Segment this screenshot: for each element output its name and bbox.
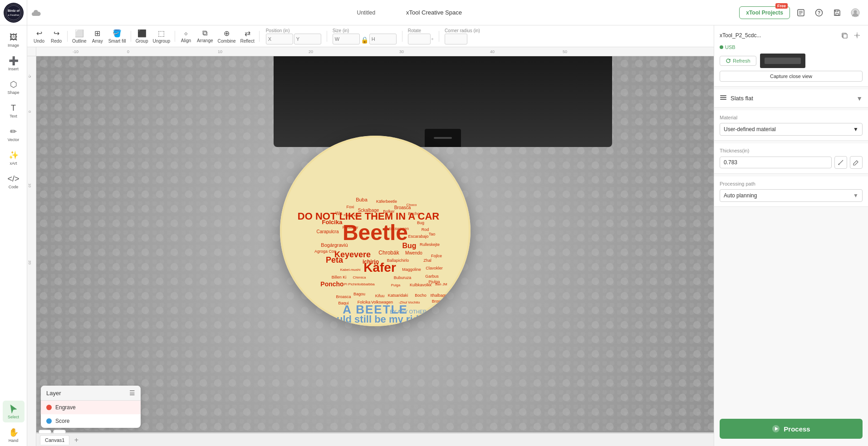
hand-icon: ✋ [9, 427, 19, 437]
insert-icon: ➕ [9, 56, 19, 66]
svg-text:Bagou: Bagou [353, 292, 365, 296]
save-icon[interactable] [830, 5, 844, 20]
svg-text:Maggoline: Maggoline [402, 267, 421, 272]
svg-point-0 [5, 4, 22, 21]
ruler-corner [27, 47, 36, 56]
lock-icon[interactable]: 🔒 [361, 36, 368, 44]
slats-label: Slats flat [731, 95, 853, 102]
slats-dropdown-arrow[interactable]: ▼ [856, 95, 863, 102]
layer-title: Layer [46, 390, 61, 397]
outline-button[interactable]: ⬜ Outline [70, 27, 88, 45]
svg-text:Bug: Bug [417, 221, 424, 225]
horizontal-ruler: -10 0 10 20 30 40 50 [36, 47, 714, 56]
device-settings-icon[interactable] [852, 30, 863, 41]
device-icons [839, 30, 863, 41]
array-button[interactable]: ⊞ Array [89, 27, 106, 45]
process-play-icon [772, 425, 780, 433]
xtool-projects-button[interactable]: xTool Projects Free [739, 6, 790, 19]
combine-button[interactable]: ⊕ Combine [216, 27, 238, 45]
svg-text:Pi Pichiriloibbalbba: Pi Pichiriloibbalbba [344, 282, 375, 286]
thickness-input[interactable] [720, 157, 832, 168]
svg-text:Pulga: Pulga [391, 283, 400, 287]
layer-item-engrave[interactable]: Engrave [41, 401, 141, 414]
sidebar-item-vector[interactable]: ✏ Vector [3, 123, 25, 145]
engrave-dot [46, 405, 52, 410]
sidebar-item-hand[interactable]: ✋ Hand [3, 424, 25, 446]
app-logo-icon: Birdz of a Feather [4, 3, 24, 23]
ungroup-button[interactable]: ⬚ Ungroup [151, 27, 172, 45]
corner-radius-label: Corner radius (in) [445, 28, 480, 33]
main-canvas[interactable]: Beetle Buba Käferbeetle Foxi Broasca Cho… [36, 56, 714, 432]
help-icon[interactable]: ? [812, 5, 826, 20]
device-buttons: Refresh [720, 54, 863, 68]
device-header: xTool_P2_5cdc... [720, 30, 863, 41]
slats-header: Slats flat ▼ [720, 94, 863, 103]
svg-text:Escarabajo: Escarabajo [408, 234, 428, 239]
auto-planning-dropdown-arrow[interactable]: ▼ [853, 192, 858, 199]
corner-radius-input[interactable] [445, 34, 467, 44]
sidebar-item-xart[interactable]: ✨ xArt [3, 147, 25, 169]
svg-text:Rulleskejte: Rulleskejte [419, 242, 439, 247]
corner-radius-field-group: Corner radius (in) [445, 28, 480, 44]
svg-text:Ithalbage: Ithalbage [430, 293, 447, 298]
svg-text:Tao: Tao [428, 232, 435, 236]
reflect-button[interactable]: ⇄ Reflect [239, 27, 256, 45]
smart-fill-button[interactable]: 🪣 Smart fill [107, 27, 128, 45]
artwork-circle: Beetle Buba Käferbeetle Foxi Broasca Cho… [280, 136, 471, 326]
h-input[interactable] [369, 34, 397, 44]
device-status: USB [720, 44, 863, 50]
x-input[interactable] [266, 34, 293, 44]
svg-text:Choco: Choco [406, 203, 417, 207]
cloud-icon[interactable] [27, 10, 45, 16]
svg-rect-18 [720, 97, 726, 98]
artwork-inner: Beetle Buba Käferbeetle Foxi Broasca Cho… [280, 136, 471, 326]
engrave-label: Engrave [55, 404, 76, 411]
arrange-button[interactable]: ⧉ Arrange [195, 27, 215, 45]
material-select[interactable]: User-defined material ▼ [720, 123, 863, 136]
thickness-input-row [720, 156, 863, 169]
canvas-area[interactable]: -10 0 10 20 30 40 50 -5 0 10 20 [27, 47, 714, 446]
toolbar-sep-3 [175, 31, 175, 42]
svg-point-13 [854, 10, 857, 13]
thickness-edit-icon[interactable] [850, 156, 863, 169]
y-input[interactable] [294, 34, 321, 44]
refresh-button[interactable]: Refresh [720, 56, 756, 66]
add-canvas-tab-button[interactable]: + [71, 435, 81, 445]
device-copy-icon[interactable] [839, 30, 850, 41]
w-input[interactable] [333, 34, 360, 44]
layer-item-score[interactable]: Score [41, 414, 141, 428]
undo-button[interactable]: ↩ Undo [31, 27, 47, 45]
device-preview [760, 54, 805, 68]
toolbar-sep-4 [259, 31, 260, 42]
right-header: xTool Projects Free ? [739, 5, 868, 20]
svg-text:Käferbeetle: Käferbeetle [376, 199, 397, 204]
sidebar-item-insert[interactable]: ➕ Insert [3, 53, 25, 74]
user-avatar[interactable] [848, 5, 863, 20]
corner-radius-inputs [445, 34, 480, 44]
svg-text:Fojlce: Fojlce [431, 254, 441, 258]
word-art-svg: Beetle Buba Käferbeetle Foxi Broasca Cho… [280, 136, 471, 326]
layer-menu-icon[interactable]: ☰ [129, 389, 135, 397]
svg-rect-17 [720, 95, 726, 96]
sidebar-item-code[interactable]: </> Code [3, 171, 25, 192]
canvas-tab-1[interactable]: Canvas1 [40, 435, 69, 445]
left-sidebar: 🖼 Image ➕ Insert ⬡ Shape T Text ✏ Vector… [0, 25, 27, 446]
group-button[interactable]: ⬛ Group [134, 27, 150, 45]
rotate-input[interactable] [408, 34, 431, 44]
app-title: xTool Creative Space [406, 9, 462, 16]
sidebar-item-text[interactable]: T Text [3, 100, 25, 122]
processing-path-label: Processing path [720, 181, 863, 186]
thickness-measure-icon[interactable] [834, 156, 847, 169]
toolbar-sep-7 [439, 31, 439, 42]
process-button[interactable]: Process [720, 419, 863, 439]
capture-button[interactable]: Capture close view [720, 71, 863, 82]
sidebar-item-image[interactable]: 🖼 Image [3, 29, 25, 51]
align-button[interactable]: ⬦ Align [178, 27, 194, 45]
svg-text:Billen Ki: Billen Ki [331, 275, 346, 279]
sidebar-item-shape[interactable]: ⬡ Shape [3, 76, 25, 98]
sidebar-item-select[interactable]: Select [3, 401, 25, 422]
history-icon[interactable] [794, 5, 808, 20]
thickness-section: Thickness(in) [714, 143, 868, 174]
auto-planning-row[interactable]: Auto planning ▼ [720, 189, 863, 202]
redo-button[interactable]: ↪ Redo [48, 27, 64, 45]
